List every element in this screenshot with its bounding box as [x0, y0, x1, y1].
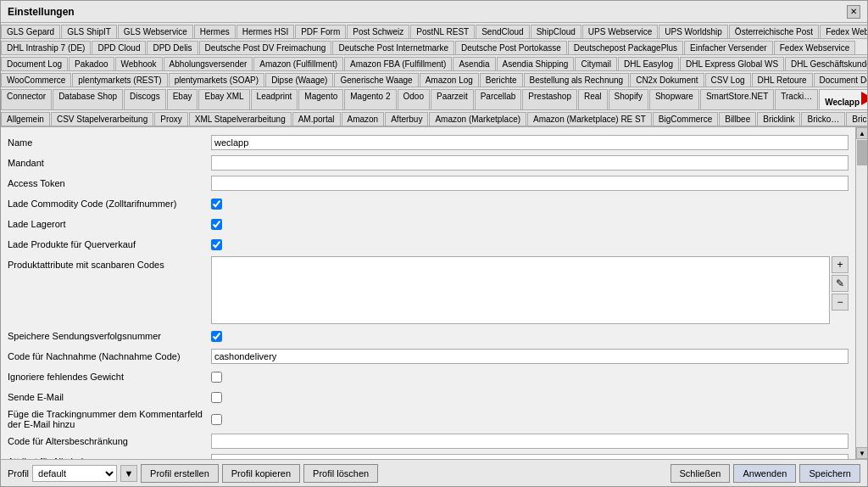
save-button[interactable]: Speichern	[799, 464, 860, 483]
tab-leadprint[interactable]: Leadprint	[251, 89, 298, 109]
checkbox-commodity_code[interactable]	[211, 199, 222, 210]
tab-magento[interactable]: Magento	[298, 89, 343, 109]
tab-paarzeit[interactable]: Paarzeit	[431, 89, 474, 109]
tab-fedex-webservice[interactable]: Fedex Webservice	[774, 41, 856, 54]
checkbox-tracking_kommentar[interactable]	[211, 414, 222, 425]
tab-asendia-shipping[interactable]: Asendia Shipping	[497, 57, 575, 70]
tab-amazon-log[interactable]: Amazon Log	[420, 73, 479, 87]
tab-citymail[interactable]: Citymail	[575, 57, 617, 70]
tab-fedex-webservice[interactable]: Fedex Webservice	[820, 25, 867, 38]
input-altersbeschraenkung[interactable]	[211, 434, 849, 449]
checkbox-sende_email[interactable]	[211, 392, 222, 403]
tab-xml-stapelverarbeitung[interactable]: XML Stapelverarbeitung	[189, 112, 292, 126]
tab-afterbuy[interactable]: Afterbuy	[385, 112, 428, 126]
delete-profile-button[interactable]: Profil löschen	[303, 464, 378, 483]
tab-plentymarkets-(rest)[interactable]: plentymarkets (REST)	[72, 73, 167, 87]
produktattribute-textarea[interactable]	[211, 256, 830, 324]
tab-deutsche-post-dv-freimachung[interactable]: Deutsche Post DV Freimachung	[199, 41, 332, 54]
add-button[interactable]: +	[832, 256, 849, 273]
scroll-down-button[interactable]: ▼	[856, 447, 867, 459]
tab-ebay-xml[interactable]: Ebay XML	[198, 89, 249, 109]
tab-amazon[interactable]: Amazon	[342, 112, 385, 126]
tab-dhl-easylog[interactable]: DHL Easylog	[618, 57, 679, 70]
close-window-button[interactable]: ✕	[847, 5, 860, 19]
tab-dpd-cloud[interactable]: DPD Cloud	[92, 41, 146, 54]
tab-csv-stapelverarbeitung[interactable]: CSV Stapelverarbeitung	[51, 112, 153, 126]
tab-ups-webservice[interactable]: UPS Webservice	[582, 25, 658, 38]
tab-bestellung-als-rechnung[interactable]: Bestellung als Rechnung	[524, 73, 630, 87]
tab-abholungsversender[interactable]: Abholungsversender	[164, 57, 253, 70]
tab-dipse-(waage)[interactable]: Dipse (Waage)	[265, 73, 333, 87]
input-name[interactable]	[211, 135, 849, 150]
tab-postnl-rest[interactable]: PostNL REST	[410, 25, 475, 38]
tab-bigcommerce[interactable]: BigCommerce	[653, 112, 718, 126]
tab-am.portal[interactable]: AM.portal	[292, 112, 341, 126]
profile-dropdown-arrow[interactable]: ▼	[120, 465, 137, 482]
checkbox-ignoriere_gewicht[interactable]	[211, 372, 222, 383]
tab-real[interactable]: Real	[578, 89, 608, 109]
tab-post-schweiz[interactable]: Post Schweiz	[347, 25, 409, 38]
tab-cn2x-dokument[interactable]: CN2x Dokument	[630, 73, 704, 87]
tab-deutsche-post-internetmarke[interactable]: Deutsche Post Internetmarke	[332, 41, 454, 54]
tab-csv-log[interactable]: CSV Log	[705, 73, 751, 87]
tab-billbee[interactable]: Billbee	[719, 112, 756, 126]
scroll-track[interactable]	[856, 139, 867, 447]
tab-pakadoo[interactable]: Pakadoo	[69, 57, 114, 70]
tab-shopify[interactable]: Shopify	[609, 89, 648, 109]
tab-smartstore.net[interactable]: SmartStore.NET	[700, 89, 774, 109]
tab-österreichische-post[interactable]: Österreichische Post	[729, 25, 819, 38]
tab-woocommerce[interactable]: WooCommerce	[1, 73, 71, 87]
close-button[interactable]: Schließen	[670, 464, 731, 483]
tab-deutsche-post-portokasse[interactable]: Deutsche Post Portokasse	[455, 41, 567, 54]
checkbox-sendungsverfolgung[interactable]	[211, 331, 222, 342]
tab-document-log[interactable]: Document Log	[1, 57, 68, 70]
delete-button[interactable]: −	[832, 294, 849, 311]
tab-pdf-form[interactable]: PDF Form	[295, 25, 346, 38]
tab-shipcloud[interactable]: ShipCloud	[531, 25, 581, 38]
tab-odoo[interactable]: Odoo	[398, 89, 430, 109]
tab-gls-gepard[interactable]: GLS Gepard	[1, 25, 60, 38]
scroll-up-button[interactable]: ▲	[856, 127, 867, 139]
tab-weclapp[interactable]: Weclapp	[819, 89, 867, 109]
tab-plentymarkets-(soap)[interactable]: plentymarkets (SOAP)	[169, 73, 264, 87]
input-nachnahme_code[interactable]	[211, 349, 849, 364]
profile-select[interactable]: default	[32, 465, 117, 482]
tab-gls-shipit[interactable]: GLS ShipIT	[61, 25, 117, 38]
tab-tracki…[interactable]: Tracki…	[775, 89, 818, 109]
tab-parcellab[interactable]: Parcellab	[475, 89, 522, 109]
tab-bricko…[interactable]: Bricko…	[801, 112, 845, 126]
tab-generische-waage[interactable]: Generische Waage	[334, 73, 418, 87]
tab-magento-2[interactable]: Magento 2	[344, 89, 396, 109]
tab-ebay[interactable]: Ebay	[167, 89, 198, 109]
tab-discogs[interactable]: Discogs	[124, 89, 166, 109]
input-mandant[interactable]	[211, 155, 849, 171]
tab-dpd-delis[interactable]: DPD Delis	[147, 41, 198, 54]
tab-deutschepost-packageplus[interactable]: Deutschepost PackagePlus	[568, 41, 683, 54]
scroll-thumb[interactable]	[857, 140, 867, 165]
scrollbar[interactable]: ▲ ▼	[855, 127, 867, 459]
tab-prestashop[interactable]: Prestashop	[522, 89, 577, 109]
tab-gls-webservice[interactable]: GLS Webservice	[118, 25, 193, 38]
tab-database-shop[interactable]: Database Shop	[53, 89, 123, 109]
tab-dhl-express-global-ws[interactable]: DHL Express Global WS	[680, 57, 784, 70]
checkbox-querverkauf[interactable]	[211, 239, 222, 250]
tab-hermes-hsi[interactable]: Hermes HSI	[236, 25, 294, 38]
checkbox-lagerort[interactable]	[211, 219, 222, 230]
tab-hermes[interactable]: Hermes	[194, 25, 236, 38]
tab-shopware[interactable]: Shopware	[649, 89, 699, 109]
create-profile-button[interactable]: Profil erstellen	[141, 464, 219, 483]
tab-document-downloader[interactable]: Document Downloader	[814, 73, 867, 87]
tab-amazon-fba-(fulfillment)[interactable]: Amazon FBA (Fulfillment)	[344, 57, 452, 70]
tab-berichte[interactable]: Berichte	[480, 73, 523, 87]
tab-sendcloud[interactable]: SendCloud	[476, 25, 529, 38]
tab-webhook[interactable]: Webhook	[115, 57, 163, 70]
tab-amazon-(marketplace)[interactable]: Amazon (Marketplace)	[429, 112, 526, 126]
tab-connector[interactable]: Connector	[1, 89, 52, 109]
apply-button[interactable]: Anwenden	[733, 464, 796, 483]
tab-dhl-geschäftskundenversand[interactable]: DHL Geschäftskundenversand	[785, 57, 867, 70]
tab-asendia[interactable]: Asendia	[453, 57, 495, 70]
copy-profile-button[interactable]: Profil kopieren	[222, 464, 300, 483]
tab-brickscout[interactable]: Brickscout	[846, 112, 867, 126]
tab-amazon-(fulfillment)[interactable]: Amazon (Fulfillment)	[253, 57, 343, 70]
tab-dhl-retoure[interactable]: DHL Retoure	[752, 73, 813, 87]
